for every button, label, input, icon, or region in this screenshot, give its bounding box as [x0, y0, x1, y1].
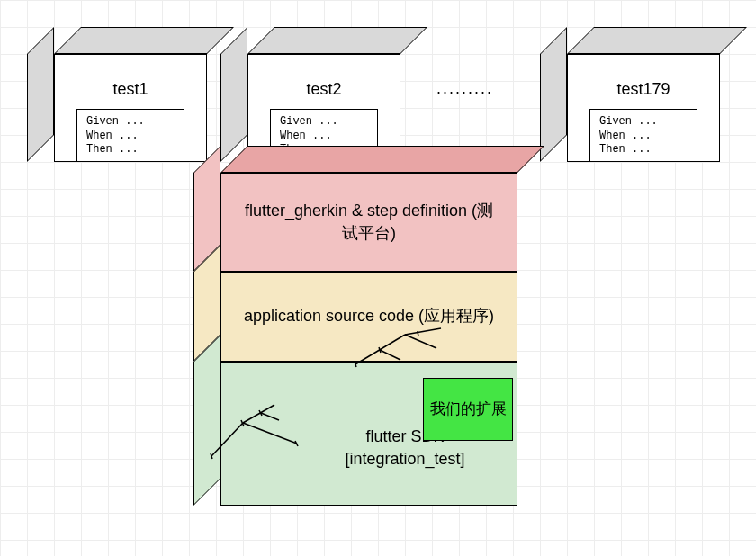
- step-line: When ...: [599, 130, 697, 144]
- layer-label: flutter_gherkin & step definition (测试平台): [239, 200, 499, 245]
- test-label: test179: [568, 80, 719, 99]
- step-line: When ...: [86, 130, 184, 144]
- gherkin-steps: Given ... When ... Then ...: [590, 109, 698, 161]
- box-top: [567, 27, 747, 54]
- branch-icon: [207, 400, 315, 463]
- extension-label: 我们的扩展: [430, 399, 507, 419]
- extension-box: 我们的扩展: [423, 378, 513, 441]
- layer-front: flutter_gherkin & step definition (测试平台): [220, 173, 518, 272]
- gherkin-steps: Given ... When ... Then ...: [76, 109, 184, 161]
- step-line: Given ...: [86, 115, 184, 130]
- branch-icon: [351, 324, 446, 369]
- test-label: test2: [248, 80, 400, 99]
- step-line: Then ...: [599, 143, 697, 157]
- box-top: [54, 27, 234, 54]
- box-front: test179 Given ... When ... Then ...: [567, 54, 720, 162]
- box-top: [248, 27, 428, 54]
- step-line: When ...: [280, 130, 377, 144]
- step-line: Given ...: [599, 115, 697, 130]
- ellipsis: .........: [436, 79, 493, 98]
- layer-top: [220, 146, 544, 173]
- step-line: Then ...: [86, 143, 184, 157]
- test-label: test1: [55, 80, 206, 99]
- box-front: test1 Given ... When ... Then ...: [54, 54, 207, 162]
- step-line: Given ...: [280, 115, 377, 130]
